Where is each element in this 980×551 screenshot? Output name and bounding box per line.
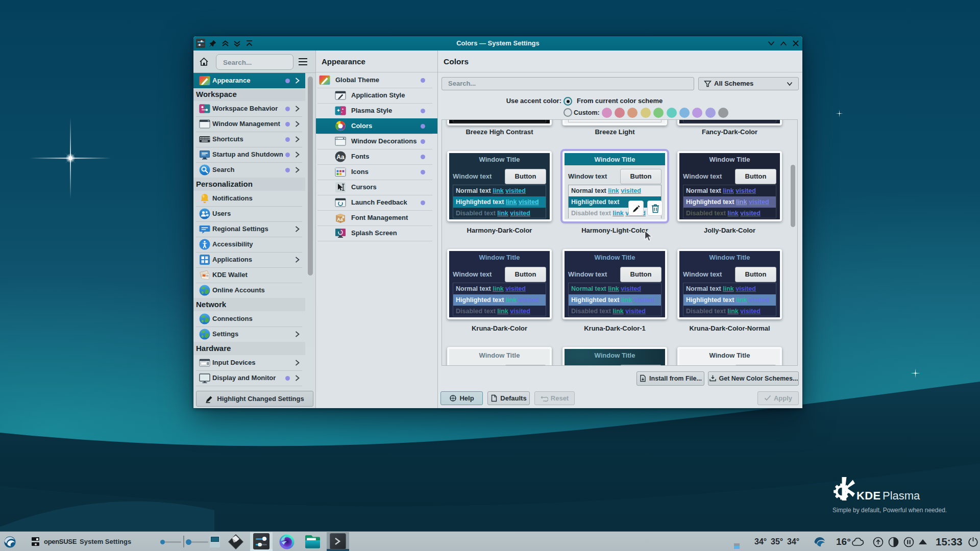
svg-text:Aa: Aa (336, 154, 345, 161)
svg-text:Aa: Aa (337, 217, 343, 222)
